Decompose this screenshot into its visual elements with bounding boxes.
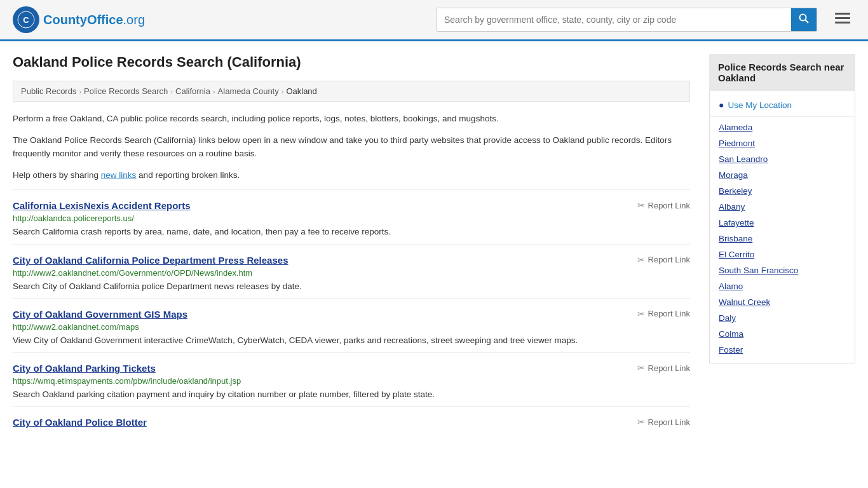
use-my-location-link[interactable]: ● Use My Location [710,96,855,114]
resource-url[interactable]: http://www2.oaklandnet.com/maps [13,322,690,332]
sidebar-link-alameda[interactable]: Alameda [710,119,855,135]
breadcrumb-california[interactable]: California [175,86,210,96]
resource-title[interactable]: City of Oakland California Police Depart… [13,255,288,266]
breadcrumb: Public Records › Police Records Search ›… [13,81,690,102]
content-area: Oakland Police Records Search (Californi… [13,54,690,435]
sidebar-link-south-san-francisco[interactable]: South San Francisco [710,262,855,278]
resource-header: City of Oakland Police Blotter Report Li… [13,417,690,428]
resource-title[interactable]: City of Oakland Government GIS Maps [13,309,187,320]
resource-entry: California LexisNexis Accident Reports R… [13,189,690,243]
resource-entry: City of Oakland Parking Tickets Report L… [13,352,690,406]
resource-title[interactable]: California LexisNexis Accident Reports [13,200,191,211]
main-container: Oakland Police Records Search (Californi… [0,41,868,448]
menu-button[interactable] [830,9,855,30]
sidebar-link-foster[interactable]: Foster [710,342,855,358]
resources-list: California LexisNexis Accident Reports R… [13,189,690,435]
sidebar-link-lafayette[interactable]: Lafayette [710,215,855,231]
report-link-label: Report Link [648,417,690,427]
report-link-button[interactable]: Report Link [637,200,690,210]
sidebar-link-albany[interactable]: Albany [710,199,855,215]
scissors-icon [637,363,645,373]
resource-entry: City of Oakland Police Blotter Report Li… [13,406,690,435]
resource-entry: City of Oakland California Police Depart… [13,244,690,298]
search-input[interactable] [437,10,791,30]
sidebar-link-el-cerrito[interactable]: El Cerrito [710,247,855,262]
sidebar-link-san-leandro[interactable]: San Leandro [710,151,855,167]
resource-header: City of Oakland California Police Depart… [13,255,690,266]
scissors-icon [637,200,645,210]
report-link-button[interactable]: Report Link [637,309,690,319]
breadcrumb-sep-4: › [281,88,284,95]
svg-rect-4 [835,13,850,15]
report-link-button[interactable]: Report Link [637,363,690,373]
resource-title[interactable]: City of Oakland Parking Tickets [13,363,156,374]
sidebar-link-piedmont[interactable]: Piedmont [710,135,855,151]
sidebar-divider [710,116,855,117]
logo-icon: C [13,6,39,33]
sidebar-link-moraga[interactable]: Moraga [710,167,855,183]
scissors-icon [637,417,645,427]
resource-description: Search Oakland parking citation payment … [13,388,690,401]
location-icon: ● [719,100,724,110]
description-para1: Perform a free Oakland, CA public police… [13,112,690,126]
sidebar-content: ● Use My Location AlamedaPiedmontSan Lea… [709,91,855,363]
resource-entry: City of Oakland Government GIS Maps Repo… [13,298,690,352]
sidebar-link-walnut-creek[interactable]: Walnut Creek [710,294,855,310]
new-links-link[interactable]: new links [101,170,137,180]
resource-header: California LexisNexis Accident Reports R… [13,200,690,211]
report-link-label: Report Link [648,255,690,264]
resource-title[interactable]: City of Oakland Police Blotter [13,417,147,428]
scissors-icon [637,309,645,319]
sidebar-link-berkeley[interactable]: Berkeley [710,183,855,199]
svg-text:C: C [23,15,29,25]
search-bar [436,8,817,32]
description-para3: Help others by sharing new links and rep… [13,168,690,182]
breadcrumb-alameda-county[interactable]: Alameda County [218,86,279,96]
sidebar-header: Police Records Search near Oakland [709,54,855,91]
svg-point-2 [800,15,806,21]
breadcrumb-sep-1: › [79,88,81,95]
resource-description: View City of Oakland Government interact… [13,334,690,347]
sidebar: Police Records Search near Oakland ● Use… [709,54,855,435]
scissors-icon [637,255,645,265]
resource-description: Search City of Oakland California police… [13,280,690,293]
desc-prefix: Help others by sharing [13,170,101,180]
breadcrumb-public-records[interactable]: Public Records [21,86,76,96]
resource-url[interactable]: https://wmq.etimspayments.com/pbw/includ… [13,376,690,386]
resource-description: Search California crash reports by area,… [13,226,690,238]
logo-text: CountyOffice.org [43,13,145,27]
report-link-label: Report Link [648,309,690,318]
sidebar-link-colma[interactable]: Colma [710,326,855,342]
page-title: Oakland Police Records Search (Californi… [13,54,690,71]
report-link-button[interactable]: Report Link [637,255,690,265]
report-link-label: Report Link [648,363,690,373]
sidebar-link-daly[interactable]: Daly [710,310,855,326]
site-logo[interactable]: C CountyOffice.org [13,6,145,33]
description-para2: The Oakland Police Records Search (Calif… [13,133,690,161]
report-link-button[interactable]: Report Link [637,417,690,427]
breadcrumb-sep-2: › [170,88,173,95]
search-button[interactable] [791,8,817,31]
site-header: C CountyOffice.org [0,0,868,41]
svg-rect-5 [835,17,850,19]
sidebar-links: AlamedaPiedmontSan LeandroMoragaBerkeley… [710,119,855,358]
breadcrumb-police-records-search[interactable]: Police Records Search [84,86,168,96]
resource-url[interactable]: http://www2.oaklandnet.com/Government/o/… [13,268,690,278]
breadcrumb-current: Oakland [286,86,316,96]
desc-suffix: and reporting broken links. [136,170,240,180]
breadcrumb-sep-3: › [213,88,215,95]
resource-header: City of Oakland Government GIS Maps Repo… [13,309,690,320]
sidebar-link-alamo[interactable]: Alamo [710,278,855,294]
sidebar-link-brisbane[interactable]: Brisbane [710,231,855,247]
use-location-label: Use My Location [728,100,792,110]
svg-line-3 [806,20,809,24]
svg-rect-6 [835,22,850,24]
report-link-label: Report Link [648,201,690,210]
resource-url[interactable]: http://oaklandca.policereports.us/ [13,214,690,223]
resource-header: City of Oakland Parking Tickets Report L… [13,363,690,374]
